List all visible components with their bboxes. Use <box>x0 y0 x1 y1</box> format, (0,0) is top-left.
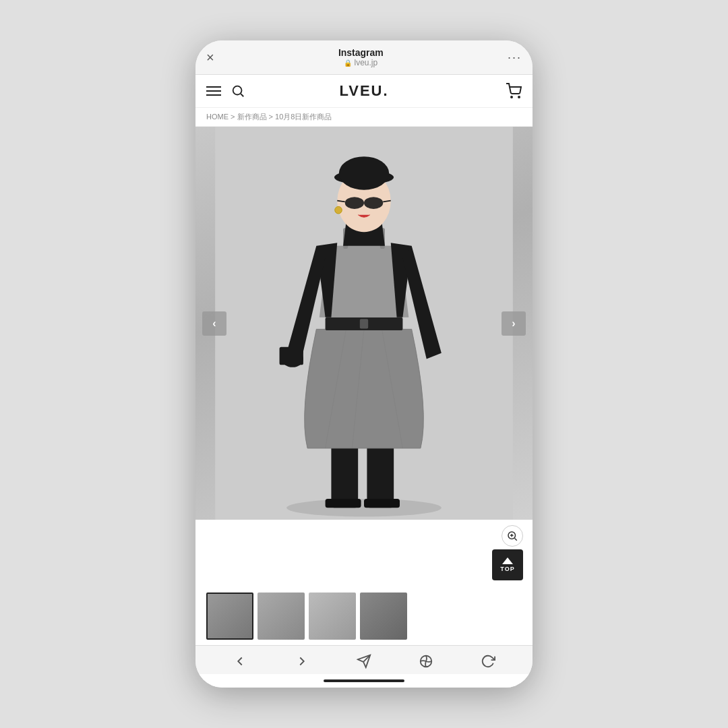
breadcrumb: HOME > 新作商品 > 10月8日新作商品 <box>195 108 533 127</box>
svg-point-22 <box>339 156 389 189</box>
zoom-icon <box>506 530 518 542</box>
svg-point-3 <box>518 96 520 98</box>
svg-rect-14 <box>360 319 368 328</box>
svg-point-28 <box>335 206 342 214</box>
hamburger-line-1 <box>206 86 221 88</box>
thumbnail-3-img <box>309 593 356 640</box>
svg-point-23 <box>345 197 364 209</box>
hamburger-line-2 <box>206 90 221 92</box>
product-image <box>195 127 533 520</box>
browser-bar: × Instagram 🔒 lveu.jp ··· <box>195 40 533 75</box>
svg-line-1 <box>241 94 243 96</box>
site-header: LVEU. <box>195 75 533 108</box>
url-text: lveu.jp <box>354 58 377 67</box>
browser-share-button[interactable] <box>357 654 371 669</box>
thumbnail-4[interactable] <box>360 593 407 640</box>
thumbnail-2-img <box>257 593 305 640</box>
browser-reload-button[interactable] <box>481 654 495 669</box>
action-buttons-area: TOP <box>195 520 533 586</box>
svg-rect-9 <box>364 499 400 508</box>
browser-nav-bar <box>195 645 533 674</box>
top-button[interactable]: TOP <box>492 549 523 580</box>
hamburger-line-3 <box>206 94 221 96</box>
browser-forward-button[interactable] <box>295 654 309 669</box>
svg-point-0 <box>233 86 242 95</box>
home-bar <box>195 674 533 688</box>
cart-icon[interactable] <box>506 83 522 99</box>
thumbnail-3[interactable] <box>309 593 356 640</box>
thumbnail-strip <box>195 586 533 645</box>
top-label: TOP <box>500 566 514 572</box>
more-button[interactable]: ··· <box>508 51 522 65</box>
zoom-button[interactable] <box>502 525 523 547</box>
next-arrow-icon: › <box>512 317 515 330</box>
main-image-area: ‹ › <box>195 127 533 520</box>
browser-url: 🔒 lveu.jp <box>214 58 508 67</box>
svg-point-2 <box>511 96 512 98</box>
thumbnail-2[interactable] <box>257 593 305 640</box>
svg-point-24 <box>364 197 383 209</box>
next-arrow-button[interactable]: › <box>502 311 526 336</box>
hamburger-menu-button[interactable] <box>206 86 221 96</box>
thumbnail-4-img <box>360 593 407 640</box>
prev-arrow-button[interactable]: ‹ <box>202 311 226 336</box>
browser-back-button[interactable] <box>233 654 247 669</box>
browser-app-name: Instagram <box>214 47 508 58</box>
close-button[interactable]: × <box>206 50 214 65</box>
svg-rect-29 <box>280 347 303 365</box>
thumbnail-1-img <box>208 594 252 638</box>
browser-tabs-button[interactable] <box>419 654 433 669</box>
svg-rect-6 <box>331 442 358 508</box>
svg-rect-7 <box>367 442 394 508</box>
product-fashion-svg <box>195 127 533 520</box>
svg-rect-8 <box>326 499 361 508</box>
browser-title: Instagram 🔒 lveu.jp <box>214 47 508 67</box>
top-arrow-icon <box>502 557 513 564</box>
svg-line-31 <box>514 538 516 540</box>
search-icon[interactable] <box>231 84 245 98</box>
home-indicator <box>324 679 404 682</box>
lock-icon: 🔒 <box>344 59 352 67</box>
prev-arrow-icon: ‹ <box>212 317 216 330</box>
thumbnail-1[interactable] <box>206 593 253 640</box>
phone-frame: × Instagram 🔒 lveu.jp ··· LVEU. <box>195 40 533 688</box>
site-logo[interactable]: LVEU. <box>339 82 388 100</box>
header-left <box>206 84 245 98</box>
